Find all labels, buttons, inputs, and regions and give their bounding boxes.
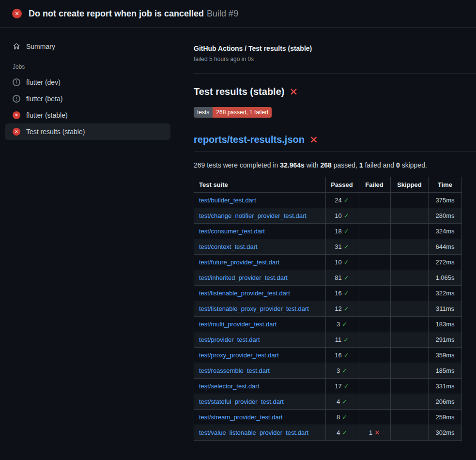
run-status-text: failed 5 hours ago in 0s [194, 56, 462, 62]
time-cell: 291ms [429, 332, 462, 348]
column-header: Time [429, 177, 462, 193]
suite-cell: test/proxy_provider_test.dart [194, 348, 326, 363]
check-icon: ✓ [344, 259, 349, 266]
sidebar-job-item[interactable]: flutter (stable) [5, 107, 170, 123]
passed-cell: 81✓ [326, 270, 358, 286]
time-cell: 280ms [429, 208, 462, 224]
sidebar-item-summary[interactable]: Summary [5, 38, 170, 55]
column-header: Test suite [194, 177, 326, 193]
skipped-cell [391, 286, 429, 301]
passed-cell: 31✓ [326, 239, 358, 255]
suite-link[interactable]: test/listenable_proxy_provider_test.dart [199, 305, 309, 312]
table-row: test/inherited_provider_test.dart81✓1.06… [194, 270, 462, 286]
suite-link[interactable]: test/value_listenable_provider_test.dart [199, 429, 308, 436]
build-number: Build #9 [207, 9, 238, 18]
suite-cell: test/listenable_proxy_provider_test.dart [194, 301, 326, 317]
job-label: flutter (beta) [26, 95, 62, 103]
failed-cell [358, 239, 391, 255]
table-row: test/reassemble_test.dart3✓185ms [194, 363, 462, 379]
failed-cell [358, 193, 391, 208]
column-header: Passed [326, 177, 358, 193]
section-title: Test results (stable) ✕ [194, 86, 462, 97]
check-icon: ✓ [344, 290, 349, 297]
skipped-cell [391, 363, 429, 379]
time-cell: 206ms [429, 394, 462, 410]
time-cell: 183ms [429, 317, 462, 332]
suite-link[interactable]: test/change_notifier_provider_test.dart [199, 212, 307, 219]
suite-cell: test/value_listenable_provider_test.dart [194, 425, 326, 441]
suite-link[interactable]: test/reassemble_test.dart [199, 367, 270, 374]
check-icon: ✓ [342, 321, 347, 328]
skipped-cell [391, 410, 429, 425]
suite-link[interactable]: test/stream_provider_test.dart [199, 414, 283, 421]
skipped-cell [391, 301, 429, 317]
skipped-cell [391, 193, 429, 208]
skipped-cell [391, 208, 429, 224]
x-circle-icon [13, 111, 20, 119]
time-cell: 375ms [429, 193, 462, 208]
time-cell: 322ms [429, 286, 462, 301]
failed-cell [358, 379, 391, 394]
suite-link[interactable]: test/future_provider_test.dart [199, 259, 279, 266]
check-icon: ✓ [344, 352, 349, 359]
sidebar-job-item[interactable]: Test results (stable) [5, 123, 170, 140]
skipped-cell [391, 332, 429, 348]
suite-link[interactable]: test/context_test.dart [199, 243, 258, 250]
suite-link[interactable]: test/listenable_provider_test.dart [199, 290, 290, 297]
time-cell: 185ms [429, 363, 462, 379]
table-row: test/selector_test.dart17✓331ms [194, 379, 462, 394]
passed-cell: 12✓ [326, 301, 358, 317]
table-row: test/proxy_provider_test.dart16✓359ms [194, 348, 462, 363]
sidebar-job-item[interactable]: flutter (dev) [5, 74, 170, 91]
summary-skipped: 0 [396, 161, 400, 169]
passed-cell: 16✓ [326, 286, 358, 301]
check-icon: ✓ [344, 228, 349, 235]
suite-link[interactable]: test/proxy_provider_test.dart [199, 352, 279, 359]
x-circle-icon [12, 9, 22, 18]
suite-link[interactable]: test/consumer_test.dart [199, 228, 265, 235]
check-icon: ✓ [342, 367, 347, 374]
suite-cell: test/stateful_provider_test.dart [194, 394, 326, 410]
report-file-heading: reports/test-results.json ✕ [194, 134, 476, 152]
suite-link[interactable]: test/selector_test.dart [199, 383, 259, 390]
passed-cell: 4✓ [326, 425, 358, 441]
failed-cell [358, 332, 391, 348]
failed-cell [358, 286, 391, 301]
jobs-section-label: Jobs [5, 55, 170, 74]
main-content: GitHub Actions / Test results (stable) f… [184, 28, 476, 441]
table-row: test/future_provider_test.dart10✓272ms [194, 255, 462, 270]
failed-x-icon: ✕ [309, 135, 318, 145]
suite-cell: test/reassemble_test.dart [194, 363, 326, 379]
failed-cell [358, 317, 391, 332]
page-title: Do not create report when job is cancell… [29, 9, 238, 19]
time-cell: 311ms [429, 301, 462, 317]
divider [194, 73, 476, 74]
suite-link[interactable]: test/stateful_provider_test.dart [199, 398, 284, 405]
job-label: Test results (stable) [26, 128, 85, 136]
x-icon: ✕ [374, 429, 380, 436]
time-cell: 1.065s [429, 270, 462, 286]
suite-cell: test/listenable_provider_test.dart [194, 286, 326, 301]
table-row: test/builder_test.dart24✓375ms [194, 193, 462, 208]
table-row: test/stateful_provider_test.dart4✓206ms [194, 394, 462, 410]
suite-link[interactable]: test/builder_test.dart [199, 197, 256, 204]
table-row: test/stream_provider_test.dart8✓259ms [194, 410, 462, 425]
failed-cell [358, 224, 391, 239]
suite-cell: test/stream_provider_test.dart [194, 410, 326, 425]
badge-value: 268 passed, 1 failed [213, 107, 271, 118]
suite-link[interactable]: test/provider_test.dart [199, 336, 260, 343]
suite-cell: test/context_test.dart [194, 239, 326, 255]
table-row: test/consumer_test.dart18✓324ms [194, 224, 462, 239]
table-row: test/provider_test.dart11✓291ms [194, 332, 462, 348]
suite-cell: test/inherited_provider_test.dart [194, 270, 326, 286]
suite-cell: test/selector_test.dart [194, 379, 326, 394]
skipped-cell [391, 317, 429, 332]
report-file-link[interactable]: reports/test-results.json [194, 134, 305, 145]
failed-cell [358, 410, 391, 425]
sidebar-job-item[interactable]: flutter (beta) [5, 91, 170, 107]
sidebar-summary-label: Summary [26, 43, 55, 50]
suite-cell: test/multi_provider_test.dart [194, 317, 326, 332]
time-cell: 259ms [429, 410, 462, 425]
suite-link[interactable]: test/multi_provider_test.dart [199, 321, 276, 328]
suite-link[interactable]: test/inherited_provider_test.dart [199, 274, 288, 281]
